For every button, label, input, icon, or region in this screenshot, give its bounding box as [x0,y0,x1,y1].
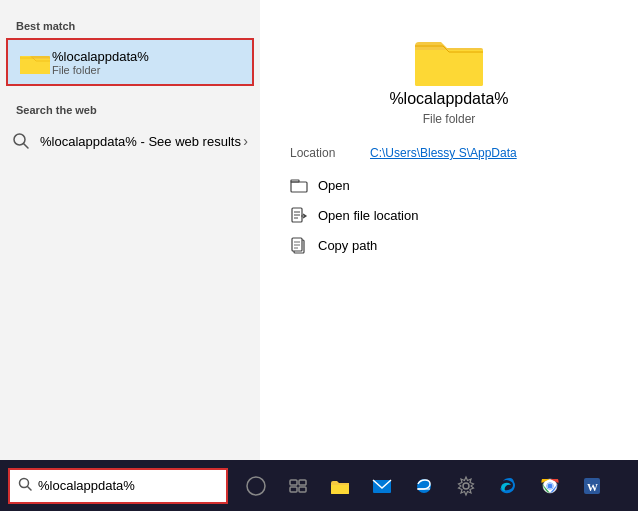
location-label: Location [290,146,370,160]
task-view-icon [287,475,309,497]
result-type: File folder [423,112,476,126]
best-match-item-text: %localappdata% File folder [52,49,149,76]
edge-legacy-icon [412,475,436,497]
file-explorer-icon [328,475,352,497]
chrome-button[interactable] [530,464,570,508]
taskbar: %localappdata% [0,460,638,511]
right-panel: %localappdata% File folder Location C:\U… [260,0,638,460]
search-bar[interactable]: %localappdata% [8,468,228,504]
settings-icon [455,475,477,497]
task-view-button[interactable] [278,464,318,508]
action-open[interactable]: Open [290,176,608,194]
cortana-icon [245,475,267,497]
best-match-title: %localappdata% [52,49,149,64]
chevron-right-icon: › [243,133,248,149]
start-menu: Best match %localappdata% File folder Se… [0,0,638,460]
settings-button[interactable] [446,464,486,508]
location-row: Location C:\Users\Blessy S\AppData [280,146,618,160]
svg-rect-19 [290,480,297,485]
search-bar-text: %localappdata% [38,478,135,493]
action-copy-path[interactable]: Copy path [290,236,608,254]
svg-line-17 [28,487,32,491]
mail-button[interactable] [362,464,402,508]
svg-rect-22 [299,487,306,492]
word-icon: W [580,475,604,497]
file-explorer-button[interactable] [320,464,360,508]
best-match-label: Best match [0,12,260,36]
open-location-icon [290,206,308,224]
result-title: %localappdata% [389,90,508,108]
svg-point-18 [247,477,265,495]
web-search-suffix: - See web results [137,134,241,149]
word-button[interactable]: W [572,464,612,508]
svg-rect-21 [290,487,297,492]
best-match-item[interactable]: %localappdata% File folder [6,38,254,86]
best-match-subtitle: File folder [52,64,149,76]
left-panel: Best match %localappdata% File folder Se… [0,0,260,460]
folder-icon-small [20,48,52,76]
svg-point-26 [463,483,469,489]
open-file-location-label: Open file location [318,208,418,223]
svg-rect-20 [299,480,306,485]
folder-icon-large [413,30,485,90]
chrome-icon [538,475,562,497]
edge-legacy-button[interactable] [404,464,444,508]
copy-path-label: Copy path [318,238,377,253]
mail-icon [370,475,394,497]
open-folder-icon [290,176,308,194]
action-open-file-location[interactable]: Open file location [290,206,608,224]
copy-icon [290,236,308,254]
search-web-icon [12,132,30,150]
svg-rect-3 [21,60,49,73]
svg-point-30 [548,483,553,488]
cortana-button[interactable] [236,464,276,508]
web-search-text: %localappdata% - See web results [40,134,243,149]
svg-line-5 [24,144,29,149]
edge-button[interactable] [488,464,528,508]
search-bar-icon [18,477,32,494]
new-edge-icon [496,475,520,497]
web-search-query: %localappdata% [40,134,137,149]
action-list: Open Open file location [280,176,618,254]
location-value[interactable]: C:\Users\Blessy S\AppData [370,146,517,160]
web-search-label: Search the web [0,96,260,120]
svg-text:W: W [587,481,598,493]
web-search-item[interactable]: %localappdata% - See web results › [0,124,260,158]
open-label: Open [318,178,350,193]
svg-rect-12 [292,238,302,251]
taskbar-icons: W [236,464,612,508]
